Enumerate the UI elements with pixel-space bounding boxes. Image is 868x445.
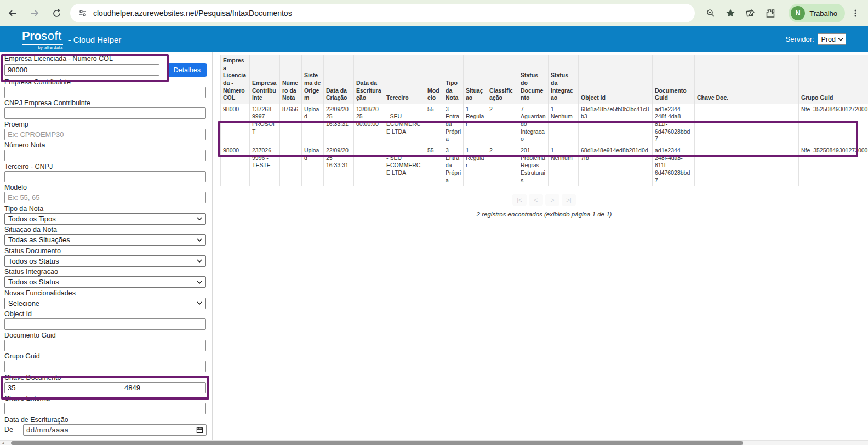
novas-funcionalidades-select[interactable]: Selecione: [4, 298, 206, 309]
table-cell: Upload: [302, 104, 324, 145]
object-id-label: Object Id: [4, 310, 207, 318]
table-cell: 68d1a48b7e5fb0b3bc41c8b3: [579, 104, 653, 145]
novas-funcionalidades-selected-value: Selecione: [8, 299, 197, 307]
table-cell: Nfe_3525084930127200011055: [799, 104, 868, 145]
column-header: Terceiro: [384, 55, 425, 104]
site-settings-icon[interactable]: [78, 8, 88, 18]
empresa-contribuinte-label: Empresa Contribuinte: [4, 78, 207, 87]
chave-externa-input[interactable]: [4, 403, 206, 414]
numero-nota-label: Número Nota: [4, 141, 207, 150]
star-icon: [726, 8, 735, 18]
bookmark-button[interactable]: [721, 4, 740, 22]
horizontal-scrollbar[interactable]: ◄: [0, 440, 868, 445]
column-header: Object Id: [579, 55, 653, 104]
status-documento-select[interactable]: Todos os Status: [4, 255, 206, 267]
status-integracao-select[interactable]: Todos os Status: [4, 276, 206, 288]
numero-nota-input[interactable]: [4, 150, 206, 161]
situacao-da-nota-selected-value: Todas as Situações: [8, 236, 197, 244]
field-situacao-da-nota: Situação da NotaTodas as Situações: [4, 226, 207, 246]
chave-documento-input[interactable]: 354849: [4, 382, 206, 393]
table-cell: 7 - Aguardando Integracao: [518, 104, 549, 145]
table-cell: 1 - Regular: [464, 145, 487, 186]
table-cell: ad1e2344-248f-4da8-811f-6d476028bbd7: [653, 104, 695, 145]
data-de-escrituracao-label: Data de Escrituração: [4, 416, 207, 424]
logo-pro: Pro: [22, 29, 41, 43]
results-table-wrap: Empresa Licenciada - Número COLEmpresa C…: [220, 55, 868, 186]
column-header: Empresa Licenciada - Número COL: [221, 55, 250, 104]
server-select[interactable]: Prod: [818, 33, 846, 45]
first-page-button[interactable]: |<: [512, 194, 527, 206]
table-cell: 237026 - 9996 - TESTE: [250, 145, 280, 186]
empresa-licenciada-input[interactable]: [4, 64, 159, 76]
last-page-button[interactable]: >|: [562, 194, 576, 206]
tipo-da-nota-select[interactable]: Todos os Tipos: [4, 213, 206, 225]
pagination: |<<>>|: [220, 194, 868, 206]
table-cell: 201 - Problema Regras Estruturais: [518, 145, 549, 186]
column-header: Empresa Contribuinte: [250, 55, 280, 104]
table-cell: 1 - Regular: [464, 104, 487, 145]
table-cell: Nfe_3525084930127200011055: [799, 145, 868, 186]
chave-documento-label: Chave Documento: [4, 374, 207, 382]
extensions-button[interactable]: [761, 4, 779, 22]
address-bar[interactable]: cloudhelper.azurewebsites.net/Pesquisa/I…: [70, 4, 695, 22]
table-cell: 13/08/2025 00:00:00: [354, 104, 384, 145]
table-cell: 2: [487, 104, 518, 145]
field-modelo: Modelo: [4, 184, 207, 203]
detalhes-button[interactable]: Detalhes: [167, 63, 207, 77]
grupo-guid-input[interactable]: [4, 361, 206, 372]
situacao-da-nota-select[interactable]: Todas as Situações: [4, 234, 206, 246]
chevron-down-icon: [838, 38, 843, 41]
modelo-input[interactable]: [4, 192, 206, 203]
table-cell: - SEU ECOMMERCE LTDA: [384, 104, 425, 145]
table-cell: 1 - Nenhum: [549, 104, 579, 145]
chevron-down-icon: [197, 259, 202, 263]
next-page-button[interactable]: >: [545, 194, 559, 206]
status-documento-label: Status Documento: [4, 247, 207, 255]
field-data-de-escrituracao: Data de EscrituraçãoDedd/mm/aaaa: [4, 416, 207, 436]
table-cell: - SEU ECOMMERCE LTDA: [384, 145, 425, 186]
novas-funcionalidades-label: Novas Funcionalidades: [4, 289, 207, 298]
chevron-down-icon: [197, 217, 202, 220]
browser-profile-chip[interactable]: N Trabalho: [789, 4, 845, 22]
column-header: Chave Doc.: [695, 55, 799, 104]
proemp-input[interactable]: [4, 129, 206, 140]
empresa-licenciada-label: Empresa Licenciada - Numero COL: [4, 55, 207, 63]
forward-button[interactable]: [25, 4, 44, 22]
field-terceiro-cnpj: Terceiro - CNPJ: [4, 163, 207, 182]
refresh-button[interactable]: [47, 4, 66, 22]
terceiro-cnpj-input[interactable]: [4, 171, 206, 182]
column-header: Grupo Guid: [799, 55, 868, 104]
extension-action-button[interactable]: [741, 4, 760, 22]
tipo-da-nota-selected-value: Todos os Tipos: [8, 215, 197, 223]
prosoft-logo: Prosoft by alterdata: [22, 29, 63, 45]
status-integracao-selected-value: Todos os Status: [8, 278, 197, 286]
prev-page-button[interactable]: <: [529, 194, 543, 206]
status-integracao-label: Status Integracao: [4, 268, 207, 276]
object-id-input[interactable]: [4, 318, 206, 330]
calendar-icon[interactable]: [196, 426, 203, 433]
situacao-da-nota-label: Situação da Nota: [4, 226, 207, 234]
table-cell: -: [354, 145, 384, 186]
browser-menu-button[interactable]: [846, 4, 865, 22]
empresa-contribuinte-input[interactable]: [4, 87, 206, 98]
documento-guid-input[interactable]: [4, 340, 206, 351]
data-de-escrituracao-input[interactable]: dd/mm/aaaa: [23, 424, 207, 436]
scrollbar-thumb[interactable]: [11, 441, 743, 445]
table-cell: 87656: [280, 104, 302, 145]
table-cell: [695, 145, 799, 186]
zoom-button[interactable]: [701, 4, 720, 22]
date-de-label: De: [4, 426, 23, 433]
table-cell: 98000: [221, 104, 250, 145]
tipo-da-nota-label: Tipo da Nota: [4, 205, 207, 213]
cnpj-empresa-contribuinte-input[interactable]: [4, 107, 206, 119]
table-cell: 55: [425, 145, 443, 186]
documento-guid-label: Documento Guid: [4, 332, 207, 340]
back-button[interactable]: [3, 4, 22, 22]
field-grupo-guid: Grupo Guid: [4, 352, 207, 372]
field-status-documento: Status DocumentoTodos os Status: [4, 247, 207, 267]
column-header: Data da Escrituração: [354, 55, 384, 104]
chave-documento-value-prefix: 35: [8, 384, 15, 392]
modelo-label: Modelo: [4, 184, 207, 192]
table-cell: 1 - Nenhum: [549, 145, 579, 186]
column-header: Situaçao: [464, 55, 487, 104]
